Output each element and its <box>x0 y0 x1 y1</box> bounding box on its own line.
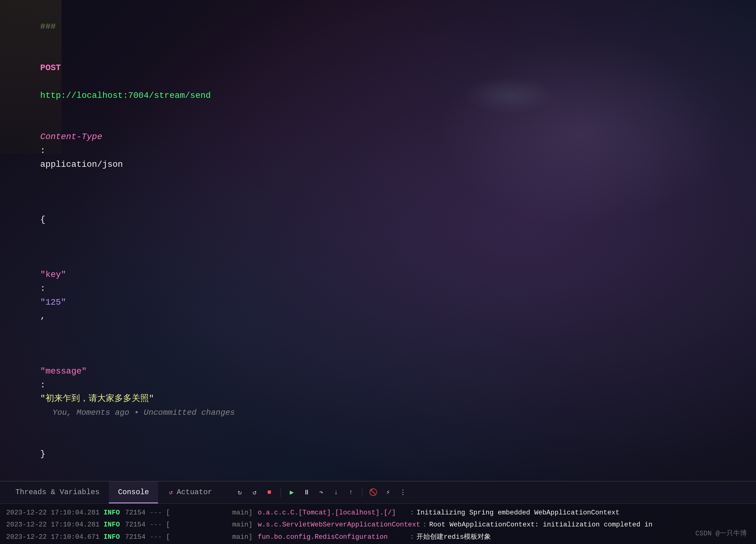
console-log-area: 2023-12-22 17:10:04.281 INFO 72154 --- [… <box>0 504 756 544</box>
tab-bar: Threads & Variables Console ↺ Actuator ↻… <box>0 482 756 504</box>
code-key-line: "key" : "125" , <box>9 240 747 337</box>
tab-console[interactable]: Console <box>109 482 158 503</box>
ide-container: ### POST http://localhost:7004/stream/se… <box>0 0 756 544</box>
step-over-icon[interactable]: ↷ <box>315 486 328 499</box>
pause-icon[interactable]: ⏸ <box>300 486 313 499</box>
bottom-panel: Threads & Variables Console ↺ Actuator ↻… <box>0 481 756 544</box>
code-empty-line <box>9 185 747 199</box>
refresh-icon[interactable]: ↻ <box>234 486 246 499</box>
log-row-2: 2023-12-22 17:10:04.281 INFO 72154 --- [… <box>0 519 756 531</box>
git-info: You, Moments ago • Uncommitted changes <box>53 407 235 419</box>
watermark: CSDN @一只牛博 <box>695 529 747 538</box>
http-method: POST <box>40 63 61 73</box>
filter-icon[interactable]: ⚡ <box>382 486 394 499</box>
actuator-icon: ↺ <box>167 489 174 495</box>
code-request-line: POST http://localhost:7004/stream/send <box>9 47 747 116</box>
header-val: application/json <box>40 160 123 169</box>
clear-icon[interactable]: 🚫 <box>367 486 380 499</box>
rerun-icon[interactable]: ↺ <box>249 486 261 499</box>
editor-area: ### POST http://localhost:7004/stream/se… <box>0 0 756 481</box>
download-icon[interactable]: ↓ <box>330 486 342 499</box>
stop-icon[interactable]: ■ <box>263 486 276 499</box>
log-row-3: 2023-12-22 17:10:04.671 INFO 72154 --- [… <box>0 531 756 543</box>
upload-icon[interactable]: ↑ <box>345 486 357 499</box>
code-close-brace: } <box>9 434 747 475</box>
code-comment-line: ### <box>9 6 747 47</box>
code-open-brace: { <box>9 199 747 240</box>
message-value: "初来乍到，请大家多多关照" <box>40 394 154 403</box>
header-key: Content-Type <box>40 132 102 141</box>
resume-icon[interactable]: ▶ <box>286 486 298 499</box>
request-url: http://localhost:7004/stream/send <box>40 91 211 100</box>
log-row-1: 2023-12-22 17:10:04.281 INFO 72154 --- [… <box>0 507 756 519</box>
more-icon[interactable]: ⋮ <box>397 486 409 499</box>
code-header-line: Content-Type : application/json <box>9 116 747 185</box>
tab-actuator[interactable]: ↺ Actuator <box>158 482 221 503</box>
toolbar-icons: ↻ ↺ ■ ▶ ⏸ ↷ ↓ ↑ 🚫 ⚡ ⋮ <box>234 486 409 499</box>
toolbar-separator-2 <box>362 488 362 497</box>
tab-threads-variables[interactable]: Threads & Variables <box>6 482 109 503</box>
comment-hash: ### <box>40 22 56 31</box>
code-message-line: "message" : "初来乍到，请大家多多关照" You, Moments … <box>9 337 747 434</box>
